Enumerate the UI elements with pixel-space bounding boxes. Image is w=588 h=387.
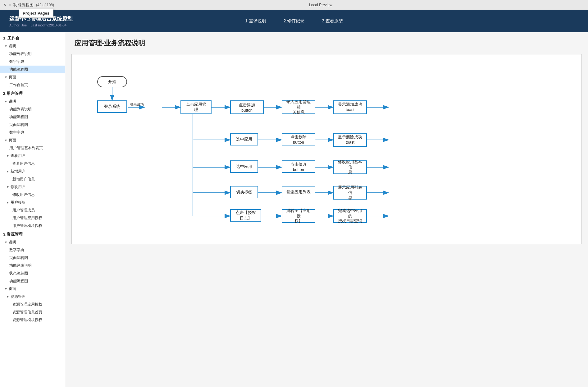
top-bar-page-title: 功能流程图 [13, 2, 34, 8]
content-area: 应用管理-业务流程说明 登录成功 [65, 32, 588, 387]
node-filter-list: 筛选应用列表 [282, 186, 315, 198]
sidebar-item-修改用户信息[interactable]: 修改用户信息 [0, 191, 65, 199]
node-show-add-success: 显示添加成功toast [333, 100, 367, 114]
sidebar-group-修改用户[interactable]: ▼修改用户 [0, 183, 65, 191]
close-icon[interactable]: ✕ [3, 3, 6, 7]
node-click-add-btn: 点击添加button [230, 100, 264, 114]
flow-diagram: 登录成功 [78, 64, 451, 235]
sidebar-group-说明-3[interactable]: ▼说明 [0, 238, 65, 246]
sidebar-group-页面-3[interactable]: ▼页面 [0, 285, 65, 293]
node-select-app2: 选中应用 [230, 160, 258, 173]
sidebar-group-说明-2[interactable]: ▼说明 [0, 98, 65, 105]
sidebar-item-功能列表说明-1[interactable]: 功能列表说明 [0, 50, 65, 58]
header-last-modify: Last modify:2018-01-04 [31, 23, 67, 27]
flow-container: 登录成功 [71, 54, 582, 244]
sidebar-group-说明-1[interactable]: ▼说明 [0, 42, 65, 50]
top-bar-pagination: (42 of 108) [36, 3, 54, 7]
sidebar-section-2[interactable]: 2.用户管理 [0, 89, 65, 98]
node-click-edit-btn: 点击修改button [282, 160, 315, 173]
sidebar-group-页面-1[interactable]: ▼页面 [0, 73, 65, 81]
sidebar-group-用户授权[interactable]: ▼用户授权 [0, 199, 65, 206]
sidebar-item-资源管理信息首页[interactable]: 资源管理信息首页 [0, 308, 65, 316]
sidebar-item-功能流程图-1[interactable]: 功能流程图 [0, 66, 65, 73]
sidebar: 1. 工作台 ▼说明 功能列表说明 数字字典 功能流程图 ▼页面 工作台首页 2… [0, 32, 65, 387]
sidebar-item-状态流转图[interactable]: 状态流转图 [0, 270, 65, 277]
top-bar: ✕ ≡ 功能流程图 (42 of 108) Local Preview [0, 0, 588, 10]
node-edit-info: 修改应用基本信息 [333, 160, 367, 174]
sidebar-section-1[interactable]: 1. 工作台 [0, 34, 65, 42]
main-layout: 1. 工作台 ▼说明 功能列表说明 数字字典 功能流程图 ▼页面 工作台首页 2… [0, 32, 588, 387]
node-click-del-btn: 点击删除button [282, 133, 315, 145]
node-jump-to-auth: 跳转至【应用授权】 [282, 209, 315, 223]
sidebar-group-新增用户[interactable]: ▼新增用户 [0, 168, 65, 175]
node-click-app-mgr: 点击应用管理 [180, 100, 212, 114]
header-nav: 1.需求说明 2.修订记录 3.查看原型 [243, 17, 345, 25]
svg-text:登录成功: 登录成功 [130, 103, 144, 106]
sidebar-item-资源管理模块授权[interactable]: 资源管理模块授权 [0, 316, 65, 324]
node-start: 开始 [97, 76, 127, 87]
sidebar-item-用户管理模块授权[interactable]: 用户管理模块授权 [0, 222, 65, 230]
sidebar-item-功能流程图-2[interactable]: 功能流程图 [0, 113, 65, 121]
header: 运营中心管理后台系统原型 Author: Joe Last modify:201… [0, 10, 588, 32]
top-bar-preview-label: Local Preview [57, 3, 585, 7]
sidebar-section-3[interactable]: 3.资源管理 [0, 230, 65, 238]
project-pages-label: Project Pages [23, 11, 49, 16]
menu-icon[interactable]: ≡ [9, 3, 11, 7]
sidebar-item-用户管理成员[interactable]: 用户管理成员 [0, 206, 65, 214]
sidebar-item-资源管理应用授权[interactable]: 资源管理应用授权 [0, 301, 65, 308]
project-pages-popup[interactable]: Project Pages [19, 9, 53, 18]
sidebar-group-资源管理[interactable]: ▼资源管理 [0, 293, 65, 301]
sidebar-group-查看用户[interactable]: ▼查看用户 [0, 152, 65, 160]
sidebar-item-数字字典-1[interactable]: 数字字典 [0, 58, 65, 66]
sidebar-item-新增用户信息[interactable]: 新增用户信息 [0, 175, 65, 183]
nav-item-requirements[interactable]: 1.需求说明 [243, 17, 269, 25]
sidebar-item-页面流转图-2[interactable]: 页面流转图 [0, 121, 65, 129]
sidebar-item-用户管理基本列表页[interactable]: 用户管理基本列表页 [0, 144, 65, 152]
node-click-auth-log: 点击【授权日志】 [230, 209, 261, 222]
sidebar-item-页面流转图-3[interactable]: 页面流转图 [0, 254, 65, 262]
sidebar-item-功能流程图-3[interactable]: 功能流程图 [0, 277, 65, 285]
sidebar-item-功能列表说明-2[interactable]: 功能列表说明 [0, 105, 65, 113]
node-show-del-success: 显示删除成功toast [333, 133, 367, 147]
node-complete-query: 完成选中应用的授权日志查询 [333, 209, 367, 223]
node-show-list-info: 展示应用列表信息 [333, 186, 367, 200]
node-login: 登录系统 [97, 100, 127, 113]
node-select-app1: 选中应用 [230, 133, 258, 145]
sidebar-item-查看用户信息[interactable]: 查看用户信息 [0, 160, 65, 168]
nav-item-revisions[interactable]: 2.修订记录 [281, 17, 307, 25]
nav-item-prototype[interactable]: 3.查看原型 [319, 17, 345, 25]
sidebar-item-数字字典-2[interactable]: 数字字典 [0, 129, 65, 136]
header-author: Author: Joe [9, 23, 27, 27]
page-title: 应用管理-业务流程说明 [71, 39, 582, 48]
sidebar-item-工作台首页[interactable]: 工作台首页 [0, 81, 65, 89]
sidebar-item-功能列表说明-3[interactable]: 功能列表说明 [0, 262, 65, 270]
node-input-info: 录入应用管理相关信息 [282, 100, 315, 114]
sidebar-group-页面-2[interactable]: ▼页面 [0, 136, 65, 144]
sidebar-item-用户管理应用授权[interactable]: 用户管理应用授权 [0, 214, 65, 222]
sidebar-item-数字字典-3[interactable]: 数字字典 [0, 246, 65, 254]
flow-arrows-svg: 登录成功 [78, 64, 451, 235]
node-switch-tab: 切换标签 [230, 186, 258, 198]
